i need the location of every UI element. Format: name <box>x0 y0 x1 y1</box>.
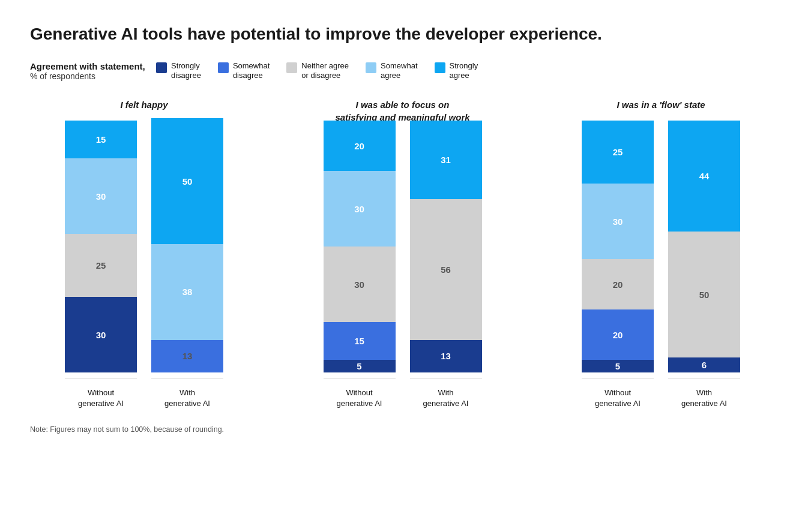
legend-label-neither: Neither agreeor disagree <box>301 61 349 82</box>
bar-segment-with-gen-ai-3-0: 6 <box>668 357 740 372</box>
bar-segment-with-gen-ai-1-3: 38 <box>151 244 223 340</box>
bar-divider-with-gen-ai-3 <box>668 378 740 379</box>
bar-col-with-gen-ai-2: 135631Withgenerative AI <box>410 121 482 408</box>
stacked-bar-without-gen-ai-1: 30253015 <box>65 121 137 372</box>
bar-col-without-gen-ai-3: 520203025Withoutgenerative AI <box>582 121 654 408</box>
stacked-bar-without-gen-ai-2: 515303020 <box>324 121 396 372</box>
bars-row-focus-meaningful: 515303020Withoutgenerative AI135631Withg… <box>324 133 482 408</box>
bar-label-with-gen-ai-3: Withgenerative AI <box>681 387 727 408</box>
bar-segment-without-gen-ai-1-4: 15 <box>65 121 137 158</box>
bar-segment-with-gen-ai-3-4: 44 <box>668 121 740 232</box>
axis-label: Agreement with statement, % of responden… <box>30 61 156 81</box>
legend-swatch-somewhat-agree <box>366 62 376 73</box>
bar-label-without-gen-ai-1: Withoutgenerative AI <box>78 387 124 408</box>
bar-segment-without-gen-ai-3-2: 20 <box>582 259 654 309</box>
bar-col-with-gen-ai-3: 65044Withgenerative AI <box>668 121 740 408</box>
chart-group-felt-happy: I felt happy30253015Withoutgenerative AI… <box>30 99 258 408</box>
legend-swatch-strongly-agree <box>435 62 445 73</box>
legend-row: Agreement with statement, % of responden… <box>30 61 775 82</box>
bar-segment-with-gen-ai-3-2: 50 <box>668 232 740 357</box>
legend-item-strongly-disagree: Stronglydisagree <box>156 61 201 82</box>
bar-segment-without-gen-ai-2-3: 30 <box>324 171 396 247</box>
legend-swatch-somewhat-disagree <box>218 62 229 73</box>
bar-divider-with-gen-ai-1 <box>151 378 223 379</box>
legend-swatch-neither <box>286 62 297 73</box>
stacked-bar-without-gen-ai-3: 520203025 <box>582 121 654 372</box>
bar-divider-without-gen-ai-3 <box>582 378 654 379</box>
stacked-bar-with-gen-ai-1: 133850 <box>151 118 223 372</box>
bar-segment-without-gen-ai-1-0: 30 <box>65 297 137 372</box>
stacked-bar-with-gen-ai-2: 135631 <box>410 121 482 372</box>
bar-col-without-gen-ai-2: 515303020Withoutgenerative AI <box>324 121 396 408</box>
bar-col-without-gen-ai-1: 30253015Withoutgenerative AI <box>65 121 137 408</box>
legend-items: Stronglydisagree Somewhatdisagree Neithe… <box>156 61 478 82</box>
bar-segment-with-gen-ai-2-4: 31 <box>410 121 482 199</box>
bar-label-without-gen-ai-3: Withoutgenerative AI <box>595 387 641 408</box>
bar-segment-with-gen-ai-2-0: 13 <box>410 340 482 373</box>
bar-label-with-gen-ai-2: Withgenerative AI <box>423 387 469 408</box>
bar-segment-without-gen-ai-3-1: 20 <box>582 309 654 360</box>
bar-col-with-gen-ai-1: 133850Withgenerative AI <box>151 118 223 408</box>
bar-segment-without-gen-ai-3-3: 30 <box>582 184 654 259</box>
note: Note: Figures may not sum to 100%, becau… <box>30 425 775 434</box>
bar-segment-with-gen-ai-2-2: 56 <box>410 199 482 340</box>
bar-segment-without-gen-ai-2-2: 30 <box>324 247 396 322</box>
legend-item-strongly-agree: Stronglyagree <box>435 61 478 82</box>
bar-segment-without-gen-ai-3-0: 5 <box>582 360 654 372</box>
legend-label-strongly-disagree: Stronglydisagree <box>171 61 201 82</box>
bars-row-felt-happy: 30253015Withoutgenerative AI133850Withge… <box>65 133 223 408</box>
stacked-bar-with-gen-ai-3: 65044 <box>668 121 740 372</box>
bar-segment-without-gen-ai-2-1: 15 <box>324 322 396 360</box>
axis-label-bold: Agreement with statement, <box>30 61 156 71</box>
page-title: Generative AI tools have potential to im… <box>30 24 775 44</box>
legend-item-somewhat-disagree: Somewhatdisagree <box>218 61 270 82</box>
legend-item-somewhat-agree: Somewhatagree <box>366 61 417 82</box>
legend-swatch-strongly-disagree <box>156 62 167 73</box>
bar-segment-with-gen-ai-1-1: 13 <box>151 340 223 373</box>
axis-label-light: % of respondents <box>30 71 156 81</box>
legend-label-somewhat-agree: Somewhatagree <box>381 61 417 82</box>
legend-label-strongly-agree: Stronglyagree <box>450 61 478 82</box>
legend-item-neither: Neither agreeor disagree <box>286 61 349 82</box>
bar-segment-without-gen-ai-2-0: 5 <box>324 360 396 372</box>
bars-row-flow-state: 520203025Withoutgenerative AI65044Withge… <box>582 133 740 408</box>
bar-label-with-gen-ai-1: Withgenerative AI <box>164 387 210 408</box>
bar-divider-without-gen-ai-2 <box>324 378 396 379</box>
chart-group-focus-meaningful: I was able to focus onsatisfying and mea… <box>289 99 517 408</box>
bar-segment-without-gen-ai-1-3: 30 <box>65 158 137 234</box>
charts-container: I felt happy30253015Withoutgenerative AI… <box>30 99 775 408</box>
bar-label-without-gen-ai-2: Withoutgenerative AI <box>337 387 382 408</box>
chart-group-flow-state: I was in a 'flow' state520203025Withoutg… <box>547 99 775 408</box>
legend-label-somewhat-disagree: Somewhatdisagree <box>233 61 270 82</box>
bar-segment-without-gen-ai-1-2: 25 <box>65 234 137 297</box>
bar-segment-without-gen-ai-2-4: 20 <box>324 121 396 171</box>
bar-divider-without-gen-ai-1 <box>65 378 137 379</box>
bar-divider-with-gen-ai-2 <box>410 378 482 379</box>
bar-segment-without-gen-ai-3-4: 25 <box>582 121 654 184</box>
bar-segment-with-gen-ai-1-4: 50 <box>151 118 223 244</box>
